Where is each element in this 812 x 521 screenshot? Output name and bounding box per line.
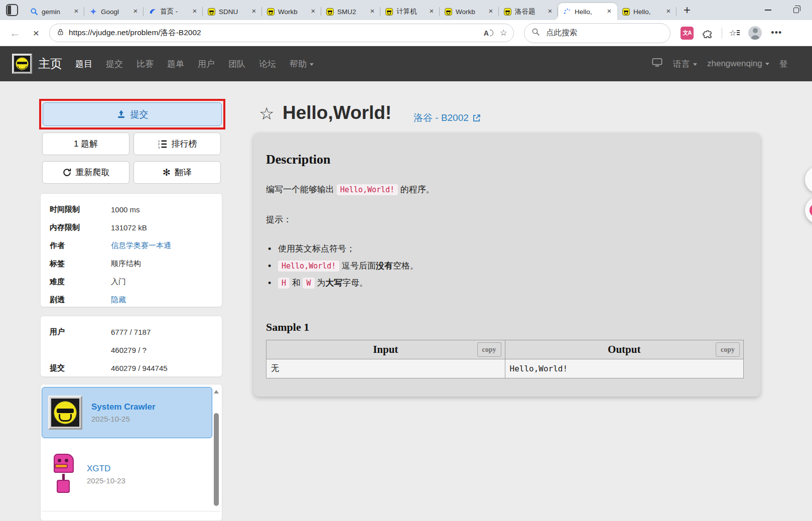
nav-item-contests[interactable]: 比赛 [137, 58, 154, 70]
extensions-icon[interactable] [703, 28, 714, 39]
tab-title: gemin [42, 8, 68, 16]
author-link[interactable]: 信息学奥赛一本通 [111, 241, 171, 250]
recrawl-button[interactable]: 重新爬取 [42, 161, 129, 184]
leaderboard-button[interactable]: 123 排行榜 [133, 133, 221, 155]
close-icon[interactable]: × [605, 7, 614, 16]
tag-value: 顺序结构 [111, 259, 141, 269]
browser-tab[interactable]: 首页 - × [144, 3, 203, 20]
floating-feedback-button[interactable] [805, 197, 812, 224]
nav-home-link[interactable]: 主页 [38, 56, 62, 72]
page-title: Hello,World! [283, 102, 391, 123]
accepted-stat-value: 460279 / ? [111, 346, 147, 354]
ai-translate-button[interactable]: ✻ 翻译 [133, 161, 221, 184]
sample-input-header: Inputcopy [266, 340, 505, 359]
close-icon[interactable]: × [190, 7, 199, 16]
browser-tab[interactable]: Workb × [440, 3, 499, 20]
hint-item: H 和 W 为大写字母。 [266, 275, 746, 292]
display-mode-icon[interactable] [651, 58, 663, 70]
stat-label: 提交 [50, 363, 111, 373]
vjudge-logo[interactable] [12, 54, 32, 74]
nav-item-forum[interactable]: 论坛 [259, 58, 276, 70]
floating-action-button[interactable] [805, 166, 812, 193]
browser-tab[interactable]: 计算机 × [380, 3, 440, 20]
user-link[interactable]: XGTD [87, 464, 125, 474]
browser-tab[interactable]: Hello, × [617, 3, 676, 20]
translate-icon[interactable]: 文A [681, 27, 694, 40]
nav-language-dropdown[interactable]: 语言 [673, 58, 697, 70]
browser-tab[interactable]: SDNU × [203, 3, 262, 20]
solutions-button[interactable]: 1 题解 [42, 133, 129, 155]
close-icon[interactable]: × [546, 7, 555, 16]
list-item-selected[interactable]: System Crawler 2025-10-25 [42, 387, 212, 438]
nav-item-status[interactable]: 提交 [106, 58, 123, 70]
read-aloud-icon[interactable]: A [484, 29, 489, 37]
close-icon[interactable]: × [249, 7, 258, 16]
browser-tab[interactable]: SMU2 × [321, 3, 380, 20]
nav-user-dropdown[interactable]: zhengwenqing [707, 59, 769, 69]
copy-input-button[interactable]: copy [477, 342, 501, 357]
search-icon [531, 28, 540, 38]
time-limit-value: 1000 ms [111, 205, 140, 214]
nav-help-label: 帮助 [290, 59, 307, 69]
list-scrollbar[interactable] [213, 388, 219, 520]
spoiler-toggle-link[interactable]: 隐藏 [111, 295, 126, 305]
nav-item-help[interactable]: 帮助 [290, 58, 314, 70]
vjudge-favicon-icon [504, 8, 511, 16]
tab-actions-menu-icon[interactable] [6, 4, 18, 16]
solve-date: 2025-10-25 [91, 415, 156, 423]
close-icon[interactable]: × [368, 7, 377, 16]
stat-row: 460279 / ? [50, 341, 222, 359]
minimize-icon[interactable] [765, 10, 771, 11]
sidebar-search-box[interactable]: 点此搜索 [524, 23, 670, 43]
hint-label: 提示： [266, 212, 746, 227]
smiley-avatar-icon [54, 401, 77, 424]
browser-tab[interactable]: gemin × [25, 3, 84, 20]
new-tab-button[interactable]: + [684, 4, 691, 16]
vjudge-favicon-icon [385, 8, 393, 16]
nav-item-groups[interactable]: 团队 [228, 58, 245, 70]
favorite-problem-star-icon[interactable]: ☆ [259, 103, 274, 123]
tab-title: Hello, [633, 8, 660, 16]
close-icon[interactable]: × [309, 7, 318, 16]
profile-avatar[interactable] [748, 26, 762, 40]
back-icon[interactable]: ← [8, 27, 22, 40]
output-header-label: Output [608, 343, 640, 355]
browser-menu-icon[interactable]: ••• [771, 28, 782, 38]
close-icon[interactable]: × [131, 7, 140, 16]
scrollbar-thumb[interactable] [214, 413, 219, 506]
openai-flower-icon: ✻ [163, 168, 171, 177]
submit-button-label: 提交 [130, 108, 149, 120]
restore-window-icon[interactable] [793, 8, 799, 13]
stat-label: 用户 [50, 327, 111, 337]
close-icon[interactable]: × [427, 7, 436, 16]
close-icon[interactable]: × [72, 7, 81, 16]
nav-item-problem-lists[interactable]: 题单 [167, 58, 184, 70]
stop-loading-icon[interactable]: × [29, 27, 43, 39]
address-bar[interactable]: https://vjudge.net/problem/洛谷-B2002 A ☆ [49, 24, 514, 42]
nav-logout-partial[interactable]: 登 [779, 58, 788, 70]
memory-limit-value: 131072 kB [111, 223, 147, 232]
browser-tab[interactable]: Googl × [84, 3, 144, 20]
nav-item-users[interactable]: 用户 [198, 58, 215, 70]
chevron-down-icon [693, 63, 697, 66]
scroll-up-arrow-icon[interactable] [214, 390, 219, 394]
close-icon[interactable]: × [486, 7, 495, 16]
favorites-hub-icon[interactable]: ☆ [729, 28, 736, 38]
origin-problem-link[interactable]: 洛谷 - B2002 [414, 111, 481, 124]
browser-tab[interactable]: 洛谷题 × [499, 3, 558, 20]
info-row: 作者信息学奥赛一本通 [50, 236, 222, 254]
close-icon[interactable]: × [664, 7, 673, 16]
add-favorite-star-icon[interactable]: ☆ [500, 28, 507, 38]
browser-tab[interactable]: Workb × [262, 3, 321, 20]
info-row: 难度入门 [50, 273, 222, 291]
username-label: zhengwenqing [707, 59, 762, 68]
annotation-highlight-box: 提交 [39, 99, 225, 129]
tab-strip: gemin × Googl × 首页 - × SDNU × Workb [25, 0, 676, 20]
numbered-list-icon: 123 [158, 140, 168, 149]
submit-button[interactable]: 提交 [43, 102, 222, 126]
copy-output-button[interactable]: copy [716, 342, 740, 357]
user-link[interactable]: System Crawler [91, 402, 156, 412]
nav-item-problems[interactable]: 题目 [75, 58, 92, 70]
list-item[interactable]: XGTD 2025-10-23 [42, 441, 212, 508]
browser-tab-active[interactable]: Hello, × [558, 3, 617, 20]
